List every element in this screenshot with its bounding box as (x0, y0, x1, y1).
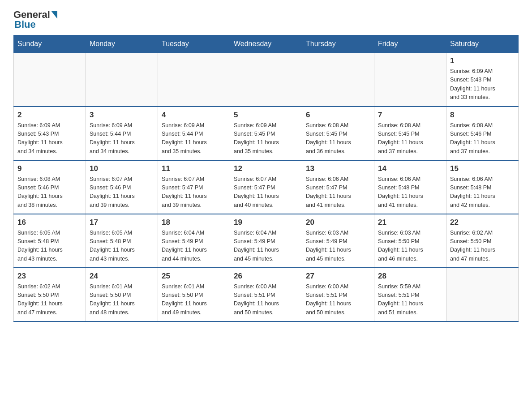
day-header-saturday: Saturday (446, 35, 519, 53)
day-info: Sunrise: 6:01 AM Sunset: 5:50 PM Dayligh… (162, 283, 226, 317)
calendar-table: SundayMondayTuesdayWednesdayThursdayFrid… (13, 35, 519, 322)
calendar-cell: 21Sunrise: 6:03 AM Sunset: 5:50 PM Dayli… (374, 214, 446, 268)
day-number: 13 (306, 164, 370, 173)
day-info: Sunrise: 6:04 AM Sunset: 5:49 PM Dayligh… (234, 229, 298, 264)
day-info: Sunrise: 6:00 AM Sunset: 5:51 PM Dayligh… (306, 283, 370, 317)
day-number: 24 (90, 272, 154, 281)
calendar-cell: 18Sunrise: 6:04 AM Sunset: 5:49 PM Dayli… (158, 214, 230, 268)
calendar-cell: 10Sunrise: 6:07 AM Sunset: 5:46 PM Dayli… (86, 160, 158, 214)
calendar-cell (446, 268, 519, 321)
day-header-tuesday: Tuesday (158, 35, 230, 53)
day-info: Sunrise: 6:09 AM Sunset: 5:44 PM Dayligh… (162, 121, 226, 156)
calendar-week-row: 23Sunrise: 6:02 AM Sunset: 5:50 PM Dayli… (14, 268, 519, 321)
calendar-cell: 9Sunrise: 6:08 AM Sunset: 5:46 PM Daylig… (14, 160, 86, 214)
logo: General Blue (13, 9, 57, 30)
day-number: 6 (306, 111, 370, 120)
calendar-cell: 19Sunrise: 6:04 AM Sunset: 5:49 PM Dayli… (230, 214, 302, 268)
calendar-cell: 13Sunrise: 6:06 AM Sunset: 5:47 PM Dayli… (302, 160, 374, 214)
calendar-cell: 11Sunrise: 6:07 AM Sunset: 5:47 PM Dayli… (158, 160, 230, 214)
day-info: Sunrise: 6:07 AM Sunset: 5:46 PM Dayligh… (90, 175, 154, 210)
day-info: Sunrise: 6:02 AM Sunset: 5:50 PM Dayligh… (17, 283, 82, 317)
day-info: Sunrise: 6:06 AM Sunset: 5:48 PM Dayligh… (378, 175, 442, 210)
day-number: 3 (90, 111, 154, 120)
calendar-cell: 7Sunrise: 6:08 AM Sunset: 5:45 PM Daylig… (374, 107, 446, 160)
day-info: Sunrise: 6:05 AM Sunset: 5:48 PM Dayligh… (17, 229, 82, 264)
calendar-week-row: 1Sunrise: 6:09 AM Sunset: 5:43 PM Daylig… (14, 53, 519, 107)
day-info: Sunrise: 6:01 AM Sunset: 5:50 PM Dayligh… (90, 283, 154, 317)
day-number: 11 (162, 164, 226, 173)
day-number: 27 (306, 272, 370, 281)
calendar-cell: 16Sunrise: 6:05 AM Sunset: 5:48 PM Dayli… (14, 214, 86, 268)
day-number: 7 (378, 111, 442, 120)
day-info: Sunrise: 6:07 AM Sunset: 5:47 PM Dayligh… (234, 175, 298, 210)
day-info: Sunrise: 6:04 AM Sunset: 5:49 PM Dayligh… (162, 229, 226, 264)
day-number: 25 (162, 272, 226, 281)
calendar-cell (158, 53, 230, 107)
calendar-header-row: SundayMondayTuesdayWednesdayThursdayFrid… (14, 35, 519, 53)
calendar-cell: 25Sunrise: 6:01 AM Sunset: 5:50 PM Dayli… (158, 268, 230, 321)
calendar-cell: 22Sunrise: 6:02 AM Sunset: 5:50 PM Dayli… (446, 214, 519, 268)
day-number: 26 (234, 272, 298, 281)
calendar-cell: 17Sunrise: 6:05 AM Sunset: 5:48 PM Dayli… (86, 214, 158, 268)
calendar-cell: 24Sunrise: 6:01 AM Sunset: 5:50 PM Dayli… (86, 268, 158, 321)
day-info: Sunrise: 6:08 AM Sunset: 5:45 PM Dayligh… (378, 121, 442, 156)
day-info: Sunrise: 6:05 AM Sunset: 5:48 PM Dayligh… (90, 229, 154, 264)
day-header-friday: Friday (374, 35, 446, 53)
day-info: Sunrise: 6:09 AM Sunset: 5:43 PM Dayligh… (450, 67, 515, 102)
calendar-cell (302, 53, 374, 107)
day-info: Sunrise: 6:03 AM Sunset: 5:50 PM Dayligh… (378, 229, 442, 264)
day-info: Sunrise: 6:06 AM Sunset: 5:48 PM Dayligh… (450, 175, 515, 210)
page-header: General Blue (13, 9, 519, 30)
day-info: Sunrise: 6:09 AM Sunset: 5:44 PM Dayligh… (90, 121, 154, 156)
day-number: 22 (450, 218, 515, 227)
calendar-cell: 20Sunrise: 6:03 AM Sunset: 5:49 PM Dayli… (302, 214, 374, 268)
day-number: 18 (162, 218, 226, 227)
logo-arrow-icon (51, 11, 57, 19)
day-info: Sunrise: 6:02 AM Sunset: 5:50 PM Dayligh… (450, 229, 515, 264)
day-info: Sunrise: 6:07 AM Sunset: 5:47 PM Dayligh… (162, 175, 226, 210)
day-number: 2 (17, 111, 82, 120)
day-number: 8 (450, 111, 515, 120)
day-number: 28 (378, 272, 442, 281)
calendar-cell: 26Sunrise: 6:00 AM Sunset: 5:51 PM Dayli… (230, 268, 302, 321)
calendar-cell: 4Sunrise: 6:09 AM Sunset: 5:44 PM Daylig… (158, 107, 230, 160)
calendar-week-row: 16Sunrise: 6:05 AM Sunset: 5:48 PM Dayli… (14, 214, 519, 268)
calendar-cell: 6Sunrise: 6:08 AM Sunset: 5:45 PM Daylig… (302, 107, 374, 160)
day-number: 4 (162, 111, 226, 120)
day-number: 9 (17, 164, 82, 173)
day-info: Sunrise: 6:09 AM Sunset: 5:43 PM Dayligh… (17, 121, 82, 156)
calendar-cell: 14Sunrise: 6:06 AM Sunset: 5:48 PM Dayli… (374, 160, 446, 214)
calendar-cell (86, 53, 158, 107)
day-number: 12 (234, 164, 298, 173)
calendar-week-row: 9Sunrise: 6:08 AM Sunset: 5:46 PM Daylig… (14, 160, 519, 214)
calendar-cell (374, 53, 446, 107)
day-number: 20 (306, 218, 370, 227)
day-number: 14 (378, 164, 442, 173)
day-info: Sunrise: 6:00 AM Sunset: 5:51 PM Dayligh… (234, 283, 298, 317)
day-header-thursday: Thursday (302, 35, 374, 53)
calendar-cell: 23Sunrise: 6:02 AM Sunset: 5:50 PM Dayli… (14, 268, 86, 321)
day-info: Sunrise: 5:59 AM Sunset: 5:51 PM Dayligh… (378, 283, 442, 317)
calendar-cell: 12Sunrise: 6:07 AM Sunset: 5:47 PM Dayli… (230, 160, 302, 214)
day-info: Sunrise: 6:03 AM Sunset: 5:49 PM Dayligh… (306, 229, 370, 264)
calendar-week-row: 2Sunrise: 6:09 AM Sunset: 5:43 PM Daylig… (14, 107, 519, 160)
day-header-wednesday: Wednesday (230, 35, 302, 53)
day-number: 5 (234, 111, 298, 120)
calendar-cell: 1Sunrise: 6:09 AM Sunset: 5:43 PM Daylig… (446, 53, 519, 107)
calendar-cell: 5Sunrise: 6:09 AM Sunset: 5:45 PM Daylig… (230, 107, 302, 160)
calendar-cell: 3Sunrise: 6:09 AM Sunset: 5:44 PM Daylig… (86, 107, 158, 160)
calendar-cell: 27Sunrise: 6:00 AM Sunset: 5:51 PM Dayli… (302, 268, 374, 321)
day-number: 17 (90, 218, 154, 227)
calendar-cell: 15Sunrise: 6:06 AM Sunset: 5:48 PM Dayli… (446, 160, 519, 214)
calendar-cell (230, 53, 302, 107)
day-number: 19 (234, 218, 298, 227)
day-number: 10 (90, 164, 154, 173)
day-number: 15 (450, 164, 515, 173)
calendar-cell: 2Sunrise: 6:09 AM Sunset: 5:43 PM Daylig… (14, 107, 86, 160)
day-number: 21 (378, 218, 442, 227)
day-info: Sunrise: 6:08 AM Sunset: 5:45 PM Dayligh… (306, 121, 370, 156)
calendar-cell: 28Sunrise: 5:59 AM Sunset: 5:51 PM Dayli… (374, 268, 446, 321)
calendar-cell (14, 53, 86, 107)
day-info: Sunrise: 6:06 AM Sunset: 5:47 PM Dayligh… (306, 175, 370, 210)
day-info: Sunrise: 6:09 AM Sunset: 5:45 PM Dayligh… (234, 121, 298, 156)
